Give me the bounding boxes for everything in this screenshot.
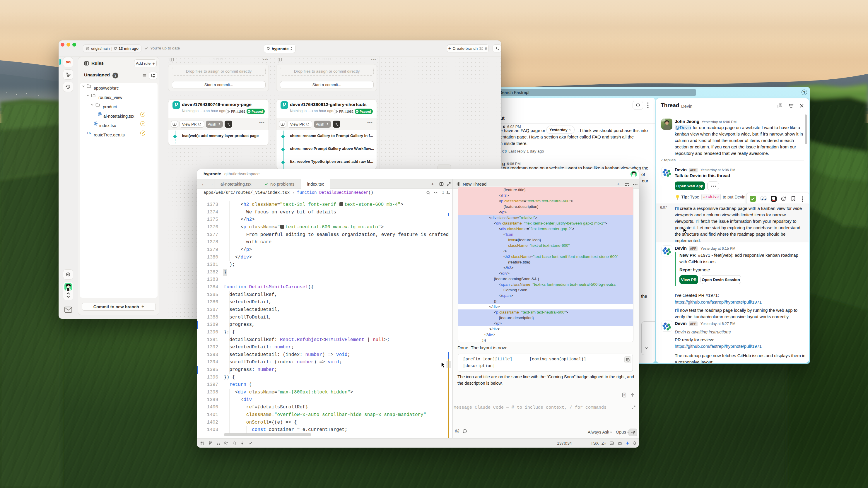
svg-text:MD: MD [623,394,625,396]
